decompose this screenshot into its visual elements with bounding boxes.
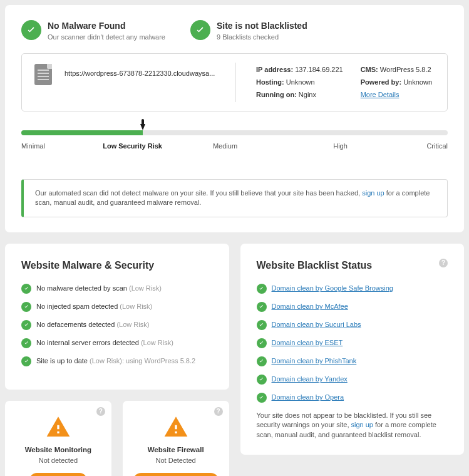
monitoring-card: ? Website Monitoring Not detected Learn … [5, 401, 111, 476]
blacklist-status-sub: 9 Blacklists checked [217, 33, 307, 42]
running-value: Nginx [299, 91, 316, 98]
running-label: Running on: [256, 91, 297, 98]
item-text: No internal server errors detected (Low … [36, 338, 173, 348]
list-item: Site is up to date (Low Risk): using Wor… [21, 356, 213, 366]
firewall-title: Website Firewall [133, 445, 219, 455]
list-item: No defacements detected (Low Risk) [21, 320, 213, 330]
blacklist-section-title: Website Blacklist Status [257, 259, 373, 272]
risk-marker-icon [140, 124, 145, 130]
check-icon [257, 375, 267, 385]
site-url: https://wordpress-673878-2212330.cloudwa… [64, 64, 218, 78]
firewall-sub: Not Detected [133, 456, 219, 465]
check-icon [257, 320, 267, 330]
explore-firewall-button[interactable]: Explore Sucuri Firewall [133, 473, 219, 476]
more-details-link[interactable]: More Details [361, 91, 399, 98]
help-icon[interactable]: ? [439, 259, 448, 267]
item-text: No injected spam detected (Low Risk) [36, 302, 152, 311]
malware-status: No Malware Found Our scanner didn't dete… [21, 20, 165, 42]
scan-notice: Our automated scan did not detect malwar… [21, 179, 448, 217]
hosting-label: Hosting: [256, 78, 284, 86]
check-icon [21, 20, 41, 40]
list-item: Domain clean by Yandex [257, 375, 448, 385]
list-item: Domain clean by PhishTank [257, 356, 448, 366]
check-icon [21, 338, 31, 348]
monitoring-title: Website Monitoring [15, 445, 101, 455]
warning-icon [163, 415, 188, 440]
blacklist-note: Your site does not appear to be blacklis… [257, 411, 448, 440]
check-icon [257, 356, 267, 366]
malware-section-title: Website Malware & Security [21, 259, 213, 272]
blacklist-item-link[interactable]: Domain clean by Sucuri Labs [272, 320, 361, 329]
risk-label-low: Low Security Risk [103, 142, 184, 151]
malware-status-sub: Our scanner didn't detect any malware [48, 33, 165, 42]
list-item: Domain clean by McAfee [257, 302, 448, 312]
blacklist-item-link[interactable]: Domain clean by McAfee [272, 302, 348, 311]
item-text: Site is up to date (Low Risk): using Wor… [36, 356, 195, 366]
list-item: Domain clean by Opera [257, 393, 448, 403]
risk-label-high: High [266, 142, 366, 151]
ip-value: 137.184.69.221 [295, 66, 343, 73]
check-icon [190, 20, 210, 40]
list-item: No injected spam detected (Low Risk) [21, 302, 213, 312]
check-icon [21, 356, 31, 366]
check-icon [257, 302, 267, 312]
ip-label: IP address: [256, 66, 293, 73]
help-icon[interactable]: ? [214, 407, 223, 416]
details-col-1: IP address: 137.184.69.221 Hosting: Unkn… [254, 64, 346, 101]
list-item: Domain clean by ESET [257, 338, 448, 348]
hosting-value: Unknown [286, 78, 315, 86]
help-icon[interactable]: ? [96, 407, 105, 416]
item-text: No defacements detected (Low Risk) [36, 320, 149, 329]
check-icon [257, 284, 267, 294]
malware-check-list: No malware detected by scan (Low Risk)No… [21, 284, 213, 366]
check-icon [257, 338, 267, 348]
item-text: No malware detected by scan (Low Risk) [36, 284, 162, 293]
monitoring-sub: Not detected [15, 456, 101, 465]
notice-pre: Our automated scan did not detect malwar… [35, 189, 362, 197]
blacklist-item-link[interactable]: Domain clean by Opera [272, 393, 344, 402]
divider [235, 63, 236, 102]
risk-fill [21, 130, 143, 135]
check-icon [257, 393, 267, 403]
blacklist-status-title: Site is not Blacklisted [217, 20, 307, 33]
status-row: No Malware Found Our scanner didn't dete… [21, 20, 448, 42]
cms-value: WordPress 5.8.2 [380, 66, 431, 73]
firewall-card: ? Website Firewall Not Detected Explore … [123, 401, 229, 476]
site-details-box: https://wordpress-673878-2212330.cloudwa… [21, 53, 448, 111]
summary-card: No Malware Found Our scanner didn't dete… [5, 5, 464, 232]
risk-label-medium: Medium [184, 142, 265, 151]
signup-link[interactable]: sign up [362, 189, 384, 197]
learn-more-button[interactable]: Learn More [29, 473, 86, 476]
blacklist-item-link[interactable]: Domain clean by PhishTank [272, 356, 357, 366]
details-col-2: CMS: WordPress 5.8.2 Powered by: Unknown… [358, 64, 435, 101]
list-item: No internal server errors detected (Low … [21, 338, 213, 348]
blacklist-item-link[interactable]: Domain clean by Yandex [272, 375, 348, 384]
list-item: Domain clean by Sucuri Labs [257, 320, 448, 330]
risk-label-critical: Critical [366, 142, 448, 151]
risk-track [21, 130, 448, 135]
blacklist-check-list: Domain clean by Google Safe BrowsingDoma… [257, 284, 448, 403]
risk-bar: Minimal Low Security Risk Medium High Cr… [21, 130, 448, 151]
warning-icon [46, 415, 71, 440]
powered-value: Unknown [403, 78, 432, 86]
risk-labels: Minimal Low Security Risk Medium High Cr… [21, 142, 448, 151]
check-icon [21, 320, 31, 330]
signup-link[interactable]: sign up [351, 421, 373, 428]
malware-status-title: No Malware Found [48, 20, 165, 33]
risk-label-minimal: Minimal [21, 142, 103, 151]
malware-security-card: Website Malware & Security No malware de… [5, 244, 229, 390]
list-item: Domain clean by Google Safe Browsing [257, 284, 448, 294]
list-item: No malware detected by scan (Low Risk) [21, 284, 213, 294]
check-icon [21, 302, 31, 312]
document-icon [34, 64, 52, 85]
blacklist-item-link[interactable]: Domain clean by Google Safe Browsing [272, 284, 393, 293]
blacklist-item-link[interactable]: Domain clean by ESET [272, 338, 343, 348]
cms-label: CMS: [361, 66, 378, 73]
check-icon [21, 284, 31, 294]
blacklist-status: Site is not Blacklisted 9 Blacklists che… [190, 20, 307, 42]
powered-label: Powered by: [361, 78, 401, 86]
blacklist-status-card: Website Blacklist Status ? Domain clean … [240, 244, 465, 455]
